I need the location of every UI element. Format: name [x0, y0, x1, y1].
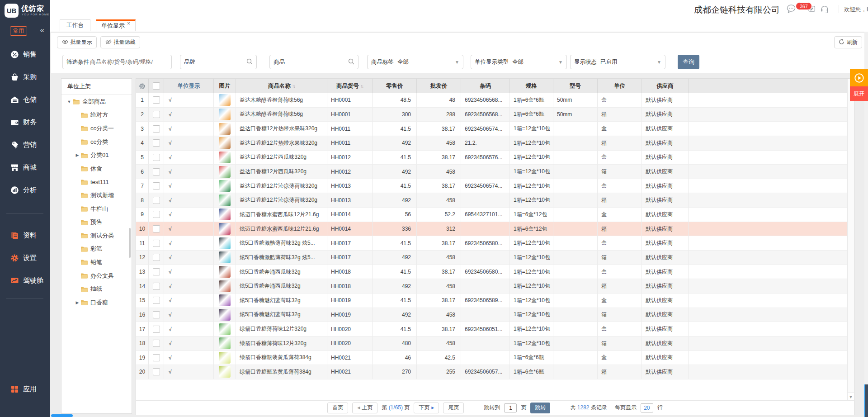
table-row[interactable]: 12√炫5口香糖激酷薄荷味32g 炫5...HH00174924581箱=12盒… [136, 251, 847, 265]
user-menu[interactable]: 欢迎您，LK演示123∨ [844, 6, 868, 14]
product-input[interactable] [285, 58, 348, 66]
tree-item[interactable]: 抽纸 [61, 282, 132, 296]
sidebar-item-cockpit[interactable]: 驾驶舱 [0, 269, 50, 292]
table-row[interactable]: 9√炫迈口香糖水蜜西瓜味12片21.6gHH00145652.269544327… [136, 208, 847, 222]
tree-scrollbar-thumb[interactable] [129, 228, 131, 258]
jump-page-input[interactable] [504, 403, 517, 412]
batch-show-button[interactable]: 批量显示 [57, 36, 97, 48]
search-icon[interactable] [246, 58, 253, 66]
row-checkbox[interactable] [153, 311, 160, 318]
row-checkbox[interactable] [153, 268, 160, 275]
table-row[interactable]: 3√益达口香糖12片热带水果味320gHH001141.538.17692345… [136, 122, 847, 136]
row-checkbox[interactable] [153, 225, 160, 232]
sort-icon[interactable]: ↑↓ [292, 84, 295, 89]
table-row[interactable]: 14√炫5口香糖奔涌西瓜味32gHH00184924581箱=12盒*10包箱默… [136, 279, 847, 294]
row-checkbox[interactable] [153, 211, 160, 218]
gear-icon[interactable] [139, 83, 146, 90]
query-button[interactable]: 查询 [678, 55, 699, 69]
table-row[interactable]: 6√益达口香糖12片西瓜味320gHH00124924581箱=12盒*10包箱… [136, 165, 847, 179]
product-thumbnail[interactable] [219, 323, 231, 335]
tree-item[interactable]: 休食 [61, 162, 132, 175]
sidebar-item-analysis[interactable]: 分析 [0, 179, 50, 201]
table-row[interactable]: 17√绿箭口香糖薄荷味12片320gHH002041.538.176923450… [136, 322, 847, 336]
row-checkbox[interactable] [153, 154, 160, 161]
row-checkbox[interactable] [153, 326, 160, 333]
tree-item[interactable]: 铅笔 [61, 256, 132, 269]
table-row[interactable]: 19√绿箭口香糖瓶装黄瓜薄荷384gHH00214642.51箱=6盒*6瓶盒默… [136, 351, 847, 365]
tree-expander-icon[interactable]: ▼ [66, 100, 72, 104]
last-page-button[interactable]: 尾页 [443, 403, 464, 413]
table-row[interactable]: 15√炫5口香糖魅幻蓝莓味32gHH001941.538.17692345065… [136, 294, 847, 308]
sidebar-item-marketing[interactable]: 营销 [0, 133, 50, 156]
tag-filter-select[interactable]: 商品标签 全部 ▼ [367, 55, 463, 69]
row-checkbox[interactable] [153, 197, 160, 204]
row-checkbox[interactable] [153, 139, 160, 147]
brand-input[interactable] [195, 58, 246, 66]
product-thumbnail[interactable] [219, 266, 231, 278]
column-settings-cell[interactable] [136, 79, 149, 93]
sidebar-item-finance[interactable]: 财务 [0, 111, 50, 133]
product-thumbnail[interactable] [219, 251, 231, 263]
table-scrollbar[interactable]: ▼ [847, 79, 854, 401]
product-thumbnail[interactable] [219, 166, 231, 178]
product-thumbnail[interactable] [219, 123, 231, 135]
table-row[interactable]: 16√炫5口香糖魅幻蓝莓味32gHH00194924581箱=12盒*10包箱默… [136, 308, 847, 322]
row-checkbox[interactable] [153, 125, 160, 133]
product-thumbnail[interactable] [219, 223, 231, 235]
tree-item[interactable]: 彩笔 [61, 242, 132, 256]
tree-item[interactable]: test111 [61, 175, 132, 189]
product-thumbnail[interactable] [219, 137, 231, 149]
tab-workbench[interactable]: 工作台 [60, 19, 90, 31]
horizontal-scrollbar-thumb[interactable] [51, 414, 73, 417]
product-thumbnail[interactable] [219, 280, 231, 292]
table-row[interactable]: 8√益达口香糖12片沁凉薄荷味320gHH00134924581箱=12盒*10… [136, 193, 847, 208]
column-header[interactable]: 商品货号↑↓ [327, 79, 373, 93]
tree-item[interactable]: ▶分类01 [61, 148, 132, 162]
table-row[interactable]: 1√益达木糖醇香橙薄荷味56gHH000148.54869234506568..… [136, 93, 847, 108]
keyword-input[interactable] [89, 58, 168, 66]
sort-icon[interactable]: ↑↓ [360, 84, 363, 89]
column-header[interactable]: 商品名称↑↓ [236, 79, 327, 93]
tree-expander-icon[interactable]: ▶ [74, 300, 80, 305]
sidebar-item-mall[interactable]: 商城 [0, 156, 50, 179]
sidebar-item-docs[interactable]: 资料 [0, 224, 50, 246]
tree-item[interactable]: cc分类一 [61, 122, 132, 135]
row-checkbox[interactable] [153, 254, 160, 261]
prev-page-button[interactable]: ◀上页 [352, 403, 377, 413]
page-scrollbar-thumb[interactable] [864, 384, 868, 417]
jump-button[interactable]: 跳转 [530, 403, 550, 413]
row-checkbox[interactable] [153, 96, 160, 104]
tree-item[interactable]: 测试分类 [61, 229, 132, 242]
unit-type-filter-select[interactable]: 单位显示类型 全部 ▼ [471, 55, 567, 69]
product-filter-input[interactable]: 商品 [269, 55, 359, 69]
keyword-filter-input[interactable]: 筛选条件 [62, 55, 172, 69]
sidebar-item-apps[interactable]: 应用 [0, 379, 50, 399]
sidebar-item-settings[interactable]: 设置 [0, 246, 50, 269]
tree-expander-icon[interactable]: ▶ [74, 153, 80, 157]
select-all-checkbox[interactable] [153, 82, 160, 90]
product-thumbnail[interactable] [219, 237, 231, 249]
headset-icon[interactable] [820, 5, 830, 14]
row-checkbox[interactable] [153, 168, 160, 175]
table-row[interactable]: 13√炫5口香糖奔涌西瓜味32gHH001841.538.17692345065… [136, 265, 847, 280]
tree-item[interactable]: 办公文具 [61, 269, 132, 283]
product-thumbnail[interactable] [219, 352, 231, 364]
tree-item[interactable]: ▼全部商品 [61, 95, 132, 109]
product-thumbnail[interactable] [219, 109, 231, 120]
tree-item[interactable]: 给对方 [61, 109, 132, 122]
tree-item[interactable]: 预售 [61, 215, 132, 229]
sidebar-item-warehouse[interactable]: 仓储 [0, 88, 50, 111]
tab-unit-display[interactable]: 单位显示 × [96, 19, 136, 31]
row-checkbox[interactable] [153, 368, 160, 375]
quick-menu-badge[interactable]: 常用 [10, 26, 27, 36]
table-row[interactable]: 20√绿箭口香糖瓶装黄瓜薄荷384gHH00212702556923450605… [136, 365, 847, 379]
table-row[interactable]: 10√炫迈口香糖水蜜西瓜味12片21.6gHH00143363121箱=6盒*1… [136, 222, 847, 237]
sidebar-item-purchase[interactable]: 采购 [0, 66, 50, 88]
play-icon[interactable] [850, 69, 868, 86]
expand-button[interactable]: 展开 [850, 86, 868, 101]
product-thumbnail[interactable] [219, 194, 231, 206]
row-checkbox[interactable] [153, 340, 160, 347]
product-thumbnail[interactable] [219, 294, 231, 306]
product-thumbnail[interactable] [219, 208, 231, 220]
tree-item[interactable]: cc分类 [61, 135, 132, 149]
